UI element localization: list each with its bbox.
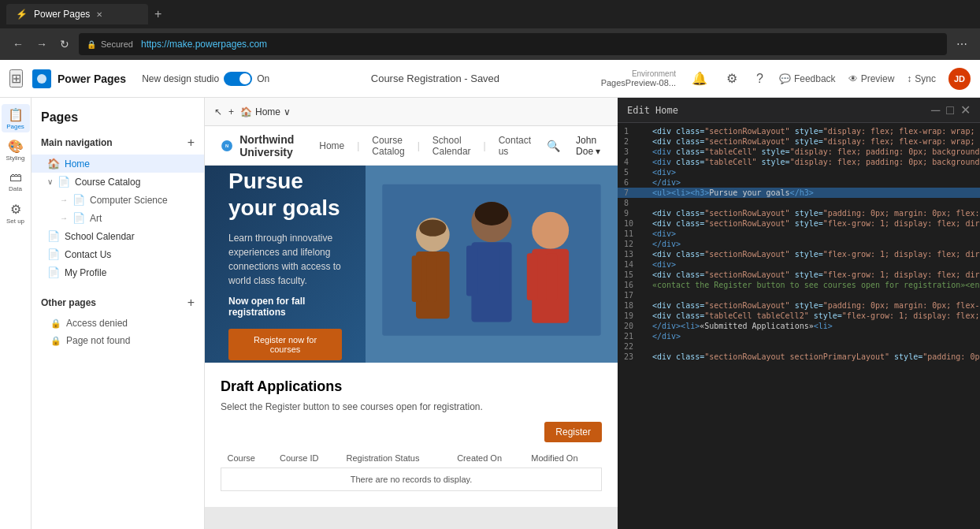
site-nav-home[interactable]: Home bbox=[319, 140, 344, 151]
code-line-4: 4 <div class="tableCell" style="display:… bbox=[618, 157, 980, 167]
draft-applications-section: Draft Applications Select the Register b… bbox=[205, 363, 618, 507]
tab-title: Power Pages bbox=[34, 9, 90, 20]
arrow-icon: → bbox=[60, 196, 68, 204]
preview-btn[interactable]: 👁 Preview bbox=[848, 73, 895, 84]
design-studio-toggle[interactable]: New design studio On bbox=[142, 72, 269, 86]
app-title: Power Pages bbox=[58, 73, 126, 85]
styling-icon-label: Styling bbox=[6, 155, 24, 162]
nav-sep-1: | bbox=[357, 140, 359, 151]
site-search-icon[interactable]: 🔍 bbox=[547, 140, 560, 152]
sidebar-item-page-not-found[interactable]: 🔒 Page not found bbox=[32, 332, 204, 349]
user-pill[interactable]: John Doe ▾ bbox=[576, 135, 602, 157]
col-course-id: Course ID bbox=[273, 449, 340, 468]
sidebar-item-home[interactable]: 🏠 Home bbox=[32, 155, 204, 173]
access-denied-label: Access denied bbox=[66, 318, 128, 329]
course-catalog-doc-icon: 📄 bbox=[58, 176, 70, 188]
code-line-13: 13 <div class="sectionRowLayout" style="… bbox=[618, 249, 980, 259]
code-line-8: 8 bbox=[618, 198, 980, 208]
extensions-btn[interactable]: ⋯ bbox=[953, 35, 971, 54]
home-breadcrumb-icon: 🏠 bbox=[240, 106, 252, 117]
sidebar-icons: 📋 Pages 🎨 Styling 🗃 Data ⚙ Set up bbox=[0, 98, 32, 529]
code-line-19: 19 <div class="tableCell tableCell2" sty… bbox=[618, 311, 980, 321]
refresh-btn[interactable]: ↻ bbox=[57, 35, 72, 54]
sidebar-item-access-denied[interactable]: 🔒 Access denied bbox=[32, 315, 204, 332]
table-row-empty: There are no records to display. bbox=[221, 468, 602, 491]
register-btn-label: Register bbox=[555, 427, 591, 438]
svg-point-0 bbox=[37, 74, 46, 84]
env-label: Environment bbox=[601, 69, 676, 78]
svg-rect-8 bbox=[427, 255, 437, 302]
add-main-nav-btn[interactable]: + bbox=[187, 136, 195, 150]
browser-tab[interactable]: ⚡ Power Pages ✕ bbox=[6, 4, 148, 24]
add-tool-btn[interactable]: + bbox=[228, 106, 234, 117]
hero-cta-btn[interactable]: Register now for courses bbox=[228, 329, 342, 360]
svg-rect-15 bbox=[527, 253, 538, 300]
code-line-5: 5 <div> bbox=[618, 167, 980, 177]
data-icon-label: Data bbox=[9, 185, 22, 192]
sidebar-icon-styling[interactable]: 🎨 Styling bbox=[2, 136, 30, 164]
sidebar-item-school-calendar[interactable]: 📄 School Calendar bbox=[32, 227, 204, 245]
hero-text: Pursue your goals Learn through innovati… bbox=[205, 166, 366, 363]
hero-tagline: Now open for fall registrations bbox=[228, 296, 342, 318]
svg-rect-11 bbox=[466, 246, 478, 296]
sidebar-item-course-catalog[interactable]: ∨ 📄 Course Catalog bbox=[32, 173, 204, 191]
back-btn[interactable]: ← bbox=[9, 35, 27, 54]
sidebar-icon-pages[interactable]: 📋 Pages bbox=[2, 104, 30, 132]
pages-icon: 📋 bbox=[8, 107, 24, 122]
header-center: Course Registration - Saved bbox=[279, 73, 591, 84]
draft-subtitle: Select the Register button to see course… bbox=[221, 401, 602, 412]
feedback-icon: 💬 bbox=[779, 73, 791, 84]
site-nav-calendar[interactable]: School Calendar bbox=[432, 135, 471, 157]
calendar-doc-icon: 📄 bbox=[47, 230, 60, 242]
code-line-21: 21 </div> bbox=[618, 331, 980, 341]
tab-close-icon[interactable]: ✕ bbox=[96, 10, 102, 19]
col-reg-status: Registration Status bbox=[340, 449, 451, 468]
waffle-menu-btn[interactable]: ⊞ bbox=[9, 69, 23, 88]
sidebar-item-art[interactable]: → 📄 Art bbox=[32, 209, 204, 227]
setup-icon: ⚙ bbox=[10, 202, 21, 217]
settings-btn[interactable]: ⚙ bbox=[723, 68, 741, 89]
notifications-btn[interactable]: 🔔 bbox=[689, 68, 711, 89]
contact-us-label: Contact Us bbox=[65, 249, 111, 260]
feedback-btn[interactable]: 💬 Feedback bbox=[779, 73, 836, 84]
hero-title: Pursue your goals bbox=[228, 168, 342, 221]
code-line-2: 2 <div class="sectionRowLayout" style="d… bbox=[618, 136, 980, 147]
code-line-11: 11 <div> bbox=[618, 229, 980, 239]
avatar-initials: JD bbox=[954, 74, 965, 84]
hero-cta-label: Register now for courses bbox=[254, 335, 317, 354]
site-nav-catalog[interactable]: Course Catalog bbox=[372, 135, 404, 157]
main-nav-title: Main navigation bbox=[41, 137, 113, 148]
new-tab-icon[interactable]: + bbox=[154, 7, 161, 21]
sidebar-item-my-profile[interactable]: 📄 My Profile bbox=[32, 263, 204, 281]
browser-nav-bar: ← → ↻ 🔒 Secured https://make.powerpages.… bbox=[0, 28, 980, 60]
sync-btn[interactable]: ↕ Sync bbox=[907, 73, 936, 84]
site-navbar: N Northwind University Home | Course Cat… bbox=[205, 126, 618, 166]
site-nav-contact[interactable]: Contact us bbox=[499, 135, 531, 157]
breadcrumb: 🏠 Home ∨ bbox=[240, 106, 291, 117]
code-editor-body: 1 <div class="sectionRowLayout" style="d… bbox=[618, 123, 980, 365]
code-minimize-btn[interactable]: ─ bbox=[931, 102, 940, 117]
cs-doc-icon: 📄 bbox=[72, 194, 85, 206]
pointer-tool-btn[interactable]: ↖ bbox=[214, 106, 222, 117]
col-modified-on: Modified On bbox=[525, 449, 601, 468]
add-other-pages-btn[interactable]: + bbox=[187, 296, 195, 310]
code-line-23: 23 <div class="sectionRowLayout sectionP… bbox=[618, 352, 980, 362]
code-line-15: 15 <div class="sectionRowLayout" style="… bbox=[618, 270, 980, 280]
address-bar[interactable]: 🔒 Secured https://make.powerpages.com bbox=[79, 33, 947, 55]
avatar[interactable]: JD bbox=[948, 68, 971, 90]
website-preview: N Northwind University Home | Course Cat… bbox=[205, 126, 618, 507]
sidebar-item-contact-us[interactable]: 📄 Contact Us bbox=[32, 245, 204, 263]
my-profile-label: My Profile bbox=[65, 267, 106, 278]
help-btn[interactable]: ? bbox=[753, 69, 767, 89]
forward-btn[interactable]: → bbox=[33, 35, 50, 54]
sync-label: Sync bbox=[915, 73, 936, 84]
sidebar-icon-setup[interactable]: ⚙ Set up bbox=[2, 199, 30, 227]
code-close-btn[interactable]: ✕ bbox=[960, 102, 971, 117]
other-pages-title: Other pages bbox=[41, 297, 96, 308]
toggle-switch[interactable] bbox=[224, 72, 252, 86]
register-btn[interactable]: Register bbox=[544, 422, 602, 442]
sidebar-item-computer-science[interactable]: → 📄 Computer Science bbox=[32, 191, 204, 209]
access-denied-lock-icon: 🔒 bbox=[50, 319, 61, 329]
code-maximize-btn[interactable]: □ bbox=[946, 102, 954, 117]
sidebar-icon-data[interactable]: 🗃 Data bbox=[2, 167, 30, 196]
